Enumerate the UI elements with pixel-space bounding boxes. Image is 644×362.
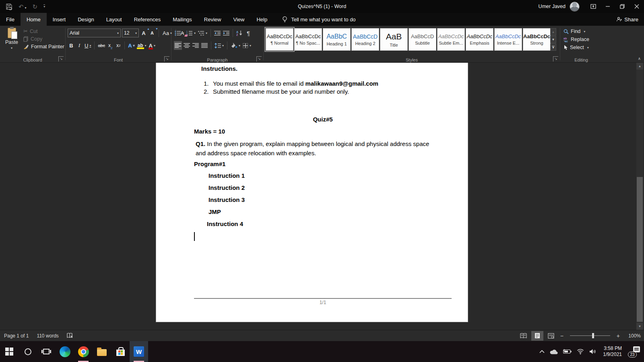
borders-button[interactable] (242, 41, 252, 50)
vertical-scrollbar[interactable]: ▲ ▼ (636, 63, 643, 330)
zoom-in-button[interactable]: + (615, 333, 621, 339)
style-emphasis[interactable]: AaBbCcDcEmphasis (466, 28, 493, 51)
document-page[interactable]: Instructions. 1. You must email this fil… (156, 63, 468, 322)
change-case-button[interactable]: Aa (162, 29, 173, 37)
collapse-ribbon-icon[interactable]: ∧ (638, 56, 641, 61)
tab-view[interactable]: View (227, 13, 250, 26)
shading-button[interactable] (230, 41, 241, 50)
styles-dialog-launcher[interactable]: ↘ (553, 56, 558, 62)
tab-references[interactable]: References (128, 13, 167, 26)
grow-font-button[interactable]: A▲ (140, 29, 147, 37)
show-hide-pilcrow-button[interactable]: ¶ (244, 29, 252, 37)
cut-button[interactable]: ✂ Cut (23, 28, 64, 34)
strikethrough-button[interactable]: abc (97, 41, 106, 50)
text-highlight-color-button[interactable]: ab (136, 41, 147, 50)
tab-layout[interactable]: Layout (100, 13, 128, 26)
paste-button[interactable]: Paste ▾ (2, 28, 21, 54)
styles-more-icon[interactable]: ▼ (550, 43, 556, 51)
style-strong[interactable]: AaBbCcDcStrong (523, 28, 551, 51)
bold-button[interactable]: B (68, 41, 75, 50)
tab-review[interactable]: Review (198, 13, 227, 26)
clock[interactable]: 3:58 PM 1/9/2021 (603, 346, 622, 358)
save-icon[interactable] (6, 3, 12, 10)
style-subtitle[interactable]: AaBbCcDSubtitle (409, 28, 436, 51)
scrollbar-thumb[interactable] (637, 177, 643, 322)
zoom-out-button[interactable]: − (559, 333, 565, 339)
style-heading-2[interactable]: AaBbCcDHeading 2 (351, 28, 379, 51)
align-right-button[interactable] (192, 41, 200, 50)
increase-indent-button[interactable] (222, 29, 230, 37)
format-painter-button[interactable]: Format Painter (23, 44, 64, 49)
task-view-button[interactable] (37, 341, 56, 362)
page-count-status[interactable]: Page 1 of 1 (0, 333, 33, 339)
tab-mailings[interactable]: Mailings (167, 13, 198, 26)
taskbar-file-explorer[interactable] (93, 341, 111, 362)
copy-button[interactable]: Copy (23, 36, 64, 42)
proofing-errors-icon[interactable] (63, 333, 77, 339)
customize-quick-access-icon[interactable]: ▾ (43, 4, 45, 8)
redo-icon[interactable]: ↻ (33, 4, 38, 10)
replace-button[interactable]: abac Replace (564, 37, 589, 42)
font-dialog-launcher[interactable]: ↘ (164, 56, 169, 62)
style-subtle-emphasis[interactable]: AaBbCcDcSubtle Em... (437, 28, 465, 51)
clipboard-dialog-launcher[interactable]: ↘ (58, 56, 64, 62)
zoom-slider[interactable] (570, 335, 610, 336)
cortana-button[interactable] (19, 341, 37, 362)
style-title[interactable]: AaBTitle (380, 28, 408, 51)
shrink-font-button[interactable]: A▼ (149, 29, 156, 37)
web-layout-button[interactable] (545, 331, 557, 341)
paragraph-dialog-launcher[interactable]: ↘ (256, 56, 262, 62)
onedrive-cloud-icon[interactable] (550, 349, 558, 354)
tray-expand-chevron-icon[interactable] (539, 350, 545, 353)
scroll-down-icon[interactable]: ▼ (636, 323, 643, 330)
avatar[interactable] (570, 2, 580, 12)
subscript-button[interactable]: x2 (107, 41, 114, 50)
font-name-combobox[interactable]: Arial▾ (68, 29, 121, 37)
find-button[interactable]: Find (564, 29, 589, 34)
taskbar-chrome[interactable] (74, 341, 93, 362)
wifi-icon[interactable] (577, 349, 584, 354)
align-left-button[interactable] (174, 41, 182, 50)
style-normal[interactable]: AaBbCcDc¶ Normal (266, 28, 293, 51)
justify-button[interactable] (200, 41, 208, 50)
taskbar-word[interactable]: W (130, 341, 148, 362)
zoom-percentage[interactable]: 100% (623, 333, 641, 339)
italic-button[interactable]: I (76, 41, 83, 50)
undo-icon[interactable]: ↶ (19, 4, 27, 10)
select-button[interactable]: Select (564, 45, 589, 50)
battery-icon[interactable] (563, 349, 572, 354)
styles-scroll-down-icon[interactable]: ▼ (550, 36, 556, 43)
paste-dropdown-arrow-icon[interactable]: ▾ (11, 46, 12, 50)
account-user-name[interactable]: Umer Javed (539, 4, 566, 9)
ribbon-display-options-icon[interactable] (586, 0, 601, 13)
font-color-button[interactable]: A (148, 41, 156, 50)
superscript-button[interactable]: x2 (115, 41, 122, 50)
zoom-slider-thumb[interactable] (592, 333, 594, 338)
tab-file[interactable]: File (0, 13, 21, 26)
scroll-up-icon[interactable]: ▲ (636, 63, 643, 70)
close-button[interactable] (630, 0, 644, 13)
action-center-button[interactable]: 23 (630, 346, 640, 357)
style-heading-1[interactable]: AaBbCHeading 1 (323, 28, 351, 51)
chevron-down-icon[interactable]: ▾ (134, 31, 137, 35)
minimize-button[interactable] (601, 0, 615, 13)
taskbar-store[interactable] (111, 341, 130, 362)
tab-home[interactable]: Home (21, 13, 47, 26)
tab-help[interactable]: Help (250, 13, 273, 26)
align-center-button[interactable] (183, 41, 191, 50)
styles-scroll-up-icon[interactable]: ▲ (550, 28, 556, 35)
tab-design[interactable]: Design (72, 13, 100, 26)
font-size-combobox[interactable]: 12▾ (122, 29, 139, 37)
bullets-button[interactable] (174, 29, 185, 37)
word-count-status[interactable]: 110 words (33, 333, 62, 339)
style-no-spacing[interactable]: AaBbCcDc¶ No Spac... (294, 28, 322, 51)
read-mode-button[interactable] (518, 331, 530, 341)
restore-button[interactable] (615, 0, 630, 13)
underline-button[interactable]: U (84, 41, 92, 50)
speaker-icon[interactable] (589, 349, 596, 354)
text-effects-button[interactable]: A (127, 41, 135, 50)
decrease-indent-button[interactable] (213, 29, 221, 37)
tab-insert[interactable]: Insert (47, 13, 72, 26)
print-layout-button[interactable] (531, 331, 543, 341)
chevron-down-icon[interactable]: ▾ (116, 31, 119, 35)
